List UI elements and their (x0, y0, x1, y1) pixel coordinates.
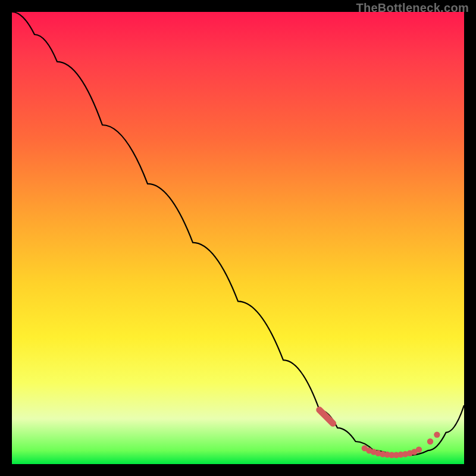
curve-svg (12, 12, 464, 464)
highlight-dot (434, 431, 440, 437)
chart-plot-area (12, 12, 464, 464)
chart-stage: TheBottleneck.com (0, 0, 476, 476)
highlight-dot (371, 449, 377, 455)
highlight-dot (375, 450, 381, 456)
highlight-dot (411, 449, 417, 455)
highlight-dot (397, 452, 403, 458)
highlight-dot (380, 451, 386, 457)
highlight-dot (389, 452, 394, 458)
performance-curve (12, 12, 464, 455)
highlight-segment (320, 410, 333, 424)
highlight-dot (366, 447, 372, 453)
highlight-dot (407, 450, 413, 456)
highlight-dot (393, 452, 399, 458)
highlight-dot (384, 452, 390, 458)
highlight-dot (427, 439, 433, 444)
highlight-dot (402, 451, 408, 457)
highlight-dot (362, 445, 368, 451)
highlight-dot (416, 446, 422, 452)
highlight-dots-group (320, 410, 440, 458)
